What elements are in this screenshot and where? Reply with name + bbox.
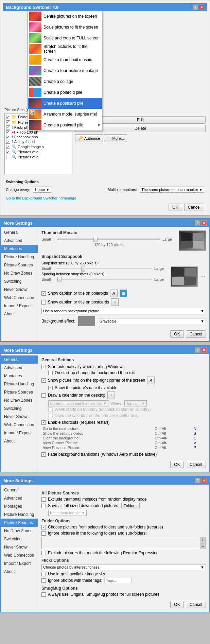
- sidebar-item-switching[interactable]: Switching: [1, 277, 38, 285]
- ignore-folders-input[interactable]: [41, 537, 206, 549]
- add-folder-button[interactable]: +: [200, 537, 206, 543]
- sidebar-item-picture-sources[interactable]: Picture Sources: [1, 261, 38, 269]
- sidebar-item-about3[interactable]: About: [1, 568, 38, 576]
- dropdown-item-scale[interactable]: Scale pictures to fit the screen: [28, 22, 102, 33]
- checkbox-folders[interactable]: [6, 115, 10, 119]
- cancel-button-general[interactable]: Cancel: [186, 461, 206, 468]
- checkbox-show-pic-info[interactable]: [41, 378, 46, 383]
- checkbox-facebook[interactable]: [6, 135, 10, 139]
- dropdown-item-postcard[interactable]: Create a postcard pile: [28, 98, 102, 109]
- sidebar-item-general[interactable]: General: [1, 228, 38, 237]
- sidebar-item-picture-sources2[interactable]: Picture Sources: [1, 388, 38, 396]
- checkbox-pics-a1[interactable]: [6, 150, 10, 154]
- homepage-link[interactable]: Go to the Background Switcher homepage: [6, 196, 204, 200]
- flickr-by-select[interactable]: Choose photos by interestingness ▼: [41, 564, 206, 570]
- checkbox-show-pic-date[interactable]: [48, 386, 53, 390]
- list-item[interactable]: 🔍 Pictures of a: [5, 149, 71, 154]
- checkbox-friends[interactable]: [6, 140, 10, 144]
- help-button[interactable]: ?: [193, 4, 198, 10]
- font-icon-calendar[interactable]: A: [107, 391, 115, 399]
- checkbox-draw-calendar[interactable]: [41, 393, 46, 398]
- close-button-montages[interactable]: ✕: [201, 220, 207, 226]
- sidebar-item-never-shown[interactable]: Never Shown: [1, 285, 38, 294]
- cancel-button-montages[interactable]: Cancel: [186, 330, 206, 338]
- checkbox-exclude-regex[interactable]: [41, 551, 46, 555]
- sidebar-item-montages2[interactable]: Montages: [1, 372, 38, 380]
- dropdown-item-centre[interactable]: Centre pictures on the screen: [28, 11, 102, 22]
- sidebar-item-web-connection2[interactable]: Web Connection: [1, 421, 38, 429]
- dropdown-item-postcard2[interactable]: Create a postcard pile ▼: [28, 120, 102, 130]
- ok-button-general[interactable]: OK: [170, 461, 183, 468]
- random-bg-dropdown[interactable]: Use a random background picture ▼: [41, 308, 206, 314]
- help-button-general[interactable]: ?: [195, 347, 200, 353]
- cancel-button-pic-sources[interactable]: Cancel: [186, 601, 206, 608]
- dropdown-item-four[interactable]: Create a four-picture montage: [28, 65, 102, 76]
- dropdown-item-scalecrop[interactable]: Scale and crop to FULL screen: [28, 33, 102, 43]
- sidebar-item-import-export2[interactable]: Import / Export: [1, 429, 38, 437]
- checkbox-top100[interactable]: [6, 130, 10, 134]
- sidebar-item-picture-handling[interactable]: Picture Handling: [1, 253, 38, 261]
- ok-button-pic-sources[interactable]: OK: [170, 601, 183, 608]
- close-button-pic-sources[interactable]: ✕: [201, 478, 207, 483]
- sidebar-item-about2[interactable]: About: [1, 437, 38, 445]
- checkbox-exclude-thumbnails[interactable]: [41, 497, 46, 502]
- checkbox-startup-exit[interactable]: [48, 371, 53, 375]
- sidebar-item-advanced3[interactable]: Advanced: [1, 494, 38, 502]
- slider-thumb[interactable]: [57, 277, 62, 282]
- sidebar-item-advanced[interactable]: Advanced: [1, 237, 38, 245]
- image-icon-polaroids[interactable]: 🖼: [120, 290, 127, 297]
- sidebar-item-advanced2[interactable]: Advanced: [1, 364, 38, 372]
- sidebar-item-no-draw-zones[interactable]: No Draw Zones: [1, 269, 38, 277]
- sidebar-item-never-shown3[interactable]: Never Shown: [1, 543, 38, 551]
- sidebar-item-import-export3[interactable]: Import / Export: [1, 559, 38, 568]
- ok-button-montages[interactable]: OK: [170, 330, 183, 338]
- dropdown-item-random[interactable]: 🎲 A random mode, surprise me!: [28, 109, 102, 120]
- dropdown-item-mosaic[interactable]: Create a thumbnail mosaic: [28, 54, 102, 65]
- sidebar-item-never-shown2[interactable]: Never Shown: [1, 413, 38, 421]
- sidebar-item-web-connection[interactable]: Web Connection: [1, 294, 38, 302]
- spacing-slider[interactable]: [57, 279, 152, 280]
- sidebar-item-general3[interactable]: General: [1, 486, 38, 494]
- thumbnail-size-slider[interactable]: [57, 239, 160, 240]
- sidebar-item-web-connection3[interactable]: Web Connection: [1, 551, 38, 559]
- sidebar-item-no-draw-zones2[interactable]: No Draw Zones: [1, 396, 38, 404]
- ok-button[interactable]: OK: [169, 204, 182, 211]
- checkbox-save-downloaded[interactable]: [41, 504, 46, 508]
- sidebar-item-picture-handling3[interactable]: Picture Handling: [1, 510, 38, 519]
- sidebar-item-switching2[interactable]: Switching: [1, 404, 38, 413]
- slider-thumb[interactable]: [81, 266, 85, 272]
- sidebar-item-switching3[interactable]: Switching: [1, 535, 38, 543]
- dropdown-item-collage[interactable]: Create a collage: [28, 76, 102, 87]
- list-item[interactable]: f All my friend: [5, 139, 71, 144]
- close-button[interactable]: ✕: [199, 4, 204, 10]
- more-button[interactable]: ⋯ More...: [104, 134, 127, 142]
- dropdown-item-polaroid[interactable]: Create a polaroid pile: [28, 87, 102, 98]
- checkbox-always-original[interactable]: [41, 592, 46, 597]
- list-item[interactable]: f Facebook pho: [5, 135, 71, 139]
- bg-effect-select[interactable]: Grayscale ▼: [98, 318, 206, 324]
- checkbox-use-largest[interactable]: [41, 572, 46, 576]
- checkbox-flickr[interactable]: [6, 125, 10, 129]
- list-item[interactable]: 🔍 Google image s: [5, 144, 71, 149]
- checkbox-ignore-tags[interactable]: [41, 578, 46, 583]
- checkbox-ignore-folders[interactable]: [41, 531, 46, 536]
- checkbox-testfile[interactable]: [6, 120, 10, 124]
- font-icon-polaroids[interactable]: A: [110, 290, 118, 297]
- folder-button[interactable]: Folder...: [121, 503, 140, 508]
- sidebar-item-picture-sources3[interactable]: Picture Sources: [1, 519, 38, 527]
- checkbox-choose-pictures[interactable]: [41, 525, 46, 529]
- font-icon-postcards[interactable]: A: [111, 298, 119, 306]
- checkbox-google[interactable]: [6, 145, 10, 149]
- font-icon-pic-info[interactable]: A: [147, 377, 155, 384]
- sidebar-item-montages3[interactable]: Montages: [1, 502, 38, 510]
- dropdown-item-stretch[interactable]: Stretch pictures to fit the screen: [28, 43, 102, 54]
- snapshot-size-slider[interactable]: [57, 268, 152, 269]
- checkbox-shortcuts[interactable]: [41, 420, 46, 425]
- sidebar-item-montages[interactable]: Montages: [1, 245, 38, 253]
- sidebar-item-no-draw-zones3[interactable]: No Draw Zones: [1, 527, 38, 535]
- list-item[interactable]: 🔍 Pictures of a: [5, 154, 71, 159]
- sidebar-item-about[interactable]: About: [1, 310, 38, 318]
- remove-folder-button[interactable]: −: [200, 543, 206, 549]
- help-button-montages[interactable]: ?: [195, 220, 200, 226]
- sidebar-item-picture-handling2[interactable]: Picture Handling: [1, 380, 38, 388]
